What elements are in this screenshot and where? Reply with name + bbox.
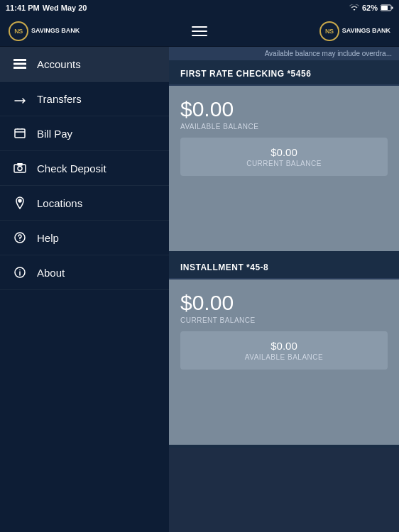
svg-point-12	[19, 240, 21, 241]
sidebar-item-billpay[interactable]: Bill Pay	[0, 116, 169, 151]
logo-left: NS SAVINGS BANK	[9, 21, 80, 41]
svg-rect-4	[13, 63, 26, 65]
account-card-spacer-1	[180, 377, 388, 433]
sidebar-item-checkdeposit[interactable]: Check Deposit	[0, 151, 169, 186]
sidebar-label-accounts: Accounts	[37, 58, 81, 70]
hamburger-line-2	[192, 31, 207, 32]
account-main-label-1: CURRENT BALANCE	[180, 316, 388, 324]
sidebar-label-checkdeposit: Check Deposit	[37, 162, 106, 174]
svg-point-8	[18, 167, 22, 171]
account-section-1: INSTALLMENT *45-8$0.00CURRENT BALANCE$0.…	[169, 254, 399, 448]
account-secondary-amount-1: $0.00	[270, 340, 297, 352]
svg-point-14	[19, 270, 21, 271]
account-secondary-label-1: AVAILABLE BALANCE	[245, 353, 323, 361]
logo-text-right: SAVINGS BANK	[342, 28, 390, 35]
battery-level: 62%	[362, 4, 378, 12]
account-secondary-amount-0: $0.00	[270, 146, 297, 158]
account-section-0: FIRST RATE CHECKING *5456$0.00AVAILABLE …	[169, 60, 399, 254]
account-main-amount-1: $0.00	[180, 291, 388, 315]
hamburger-menu-button[interactable]	[189, 23, 210, 39]
sidebar-label-help: Help	[37, 232, 59, 244]
sidebar-label-billpay: Bill Pay	[37, 128, 72, 140]
svg-rect-1	[381, 6, 388, 10]
accounts-icon	[13, 57, 27, 71]
svg-rect-5	[13, 67, 26, 69]
sidebar-item-accounts[interactable]: Accounts	[0, 47, 169, 82]
locations-icon	[13, 196, 27, 210]
sidebar-label-locations: Locations	[37, 197, 82, 209]
logo-circle-left: NS	[9, 21, 28, 41]
account-balance-box-1[interactable]: $0.00AVAILABLE BALANCE	[180, 331, 388, 370]
status-time: 11:41 PM	[6, 4, 40, 12]
svg-rect-9	[18, 163, 22, 165]
logo-text-left: SAVINGS BANK	[31, 28, 80, 35]
billpay-icon	[13, 126, 27, 140]
svg-point-10	[18, 199, 21, 202]
sidebar: AccountsTransfersBill PayCheck DepositLo…	[0, 47, 169, 532]
svg-rect-2	[392, 7, 393, 9]
overdraft-banner: Available balance may include overdra...	[169, 47, 399, 60]
account-main-label-0: AVAILABLE BALANCE	[180, 123, 388, 131]
svg-rect-3	[13, 59, 26, 61]
logo-right: NS SAVINGS BANK	[319, 21, 390, 41]
about-icon	[13, 265, 27, 279]
sidebar-item-help[interactable]: Help	[0, 221, 169, 255]
main-layout: AccountsTransfersBill PayCheck DepositLo…	[0, 47, 399, 532]
sidebar-label-about: About	[37, 267, 65, 279]
content-area: Available balance may include overdra...…	[169, 47, 399, 532]
sidebar-label-transfers: Transfers	[37, 93, 82, 105]
svg-rect-6	[15, 129, 25, 138]
wifi-icon	[349, 4, 359, 12]
sidebar-item-locations[interactable]: Locations	[0, 186, 169, 221]
sidebar-item-transfers[interactable]: Transfers	[0, 82, 169, 116]
account-header-1: INSTALLMENT *45-8	[169, 254, 399, 279]
hamburger-line-3	[192, 35, 207, 36]
top-nav-bar: NS SAVINGS BANK NS SAVINGS BANK	[0, 16, 399, 47]
account-card-0[interactable]: $0.00AVAILABLE BALANCE$0.00CURRENT BALAN…	[169, 86, 399, 251]
account-header-0: FIRST RATE CHECKING *5456	[169, 60, 399, 86]
hamburger-line-1	[192, 26, 207, 28]
account-card-spacer-0	[180, 183, 388, 240]
battery-icon	[381, 4, 393, 11]
content-bottom-spacer	[169, 448, 399, 532]
account-secondary-label-0: CURRENT BALANCE	[246, 160, 322, 167]
transfers-icon	[13, 92, 27, 106]
checkdeposit-icon	[13, 161, 27, 175]
status-bar: 11:41 PM Wed May 20 62%	[0, 0, 399, 16]
logo-circle-right: NS	[319, 21, 339, 41]
account-balance-box-0[interactable]: $0.00CURRENT BALANCE	[180, 138, 388, 176]
status-date: Wed May 20	[43, 4, 87, 12]
sidebar-item-about[interactable]: About	[0, 255, 169, 290]
account-main-amount-0: $0.00	[180, 97, 388, 121]
help-icon	[13, 231, 27, 245]
account-card-1[interactable]: $0.00CURRENT BALANCE$0.00AVAILABLE BALAN…	[169, 279, 399, 445]
